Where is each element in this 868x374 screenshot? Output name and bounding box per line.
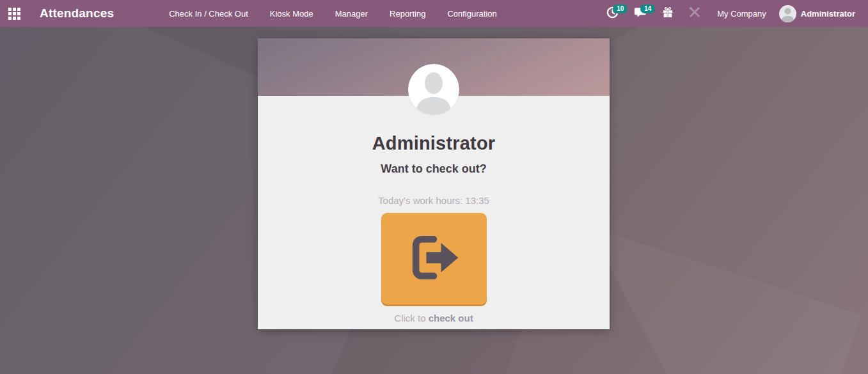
systray: 10 14 xyxy=(599,0,868,27)
top-navbar: Attendances Check In / Check Out Kiosk M… xyxy=(0,0,868,27)
gift-icon xyxy=(662,6,674,20)
attendance-card: Administrator Want to check out? Today's… xyxy=(258,38,610,329)
menu-configuration[interactable]: Configuration xyxy=(436,0,507,27)
activities-button[interactable]: 10 xyxy=(599,0,626,27)
user-avatar xyxy=(779,5,796,22)
crossed-tools-icon xyxy=(689,6,700,20)
menu-kiosk-mode[interactable]: Kiosk Mode xyxy=(259,0,324,27)
check-out-question: Want to check out? xyxy=(381,162,486,176)
click-hint-action: check out xyxy=(429,313,473,323)
menu-check-in-out[interactable]: Check In / Check Out xyxy=(158,0,259,27)
gift-button[interactable] xyxy=(654,0,681,27)
company-switcher[interactable]: My Company xyxy=(708,0,775,27)
activities-badge: 10 xyxy=(613,4,627,13)
menu-manager[interactable]: Manager xyxy=(324,0,379,27)
menu-reporting[interactable]: Reporting xyxy=(379,0,436,27)
user-menu-label: Administrator xyxy=(801,9,855,19)
messages-badge: 14 xyxy=(640,4,655,13)
app-title: Attendances xyxy=(40,6,114,20)
click-hint: Click to check out xyxy=(394,313,473,323)
work-hours-text: Today's work hours: 13:35 xyxy=(378,195,489,206)
click-hint-prefix: Click to xyxy=(394,313,428,323)
user-menu[interactable]: Administrator xyxy=(775,0,859,27)
main-menu: Check In / Check Out Kiosk Mode Manager … xyxy=(158,0,508,27)
sign-out-icon xyxy=(403,227,464,290)
debug-tools-button[interactable] xyxy=(681,0,708,27)
apps-grid-icon xyxy=(8,8,20,20)
messages-button[interactable]: 14 xyxy=(626,0,654,27)
check-out-button[interactable] xyxy=(381,213,487,304)
employee-name: Administrator xyxy=(372,133,496,154)
employee-avatar xyxy=(408,64,459,115)
apps-menu-button[interactable] xyxy=(0,0,28,27)
